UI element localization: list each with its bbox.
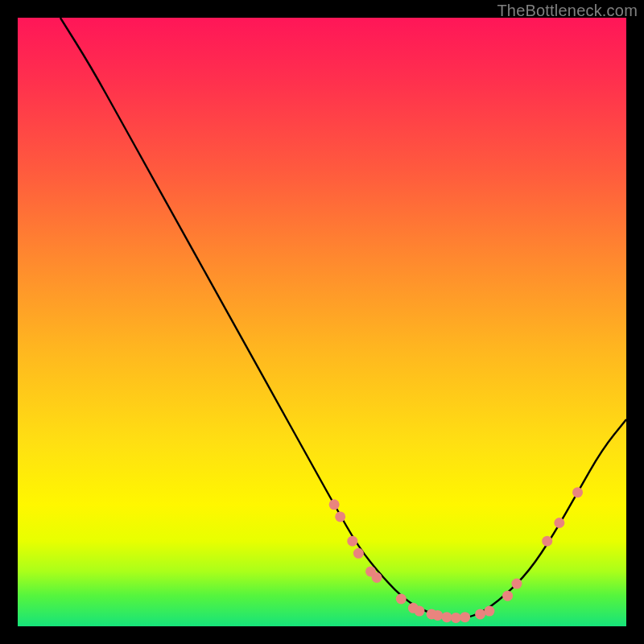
curve-marker (347, 536, 357, 547)
curve-svg (18, 18, 626, 626)
curve-marker (414, 606, 424, 617)
curve-marker (475, 609, 485, 619)
curve-marker (502, 591, 513, 601)
curve-marker (542, 536, 552, 547)
curve-marker (329, 499, 340, 510)
curve-marker (451, 613, 461, 623)
curve-marker (335, 511, 345, 522)
curve-marker (396, 593, 407, 604)
curve-marker (460, 612, 470, 622)
curve-marker (432, 610, 443, 621)
curve-marker (372, 572, 382, 583)
plot-area (18, 18, 626, 626)
curve-marker (441, 612, 452, 622)
chart-stage: TheBottleneck.com (0, 0, 644, 644)
curve-marker (484, 606, 494, 617)
bottleneck-curve (60, 18, 626, 619)
curve-markers (329, 487, 583, 623)
curve-marker (554, 518, 564, 528)
curve-marker (353, 548, 364, 559)
curve-marker (572, 487, 583, 497)
curve-marker (511, 579, 522, 589)
